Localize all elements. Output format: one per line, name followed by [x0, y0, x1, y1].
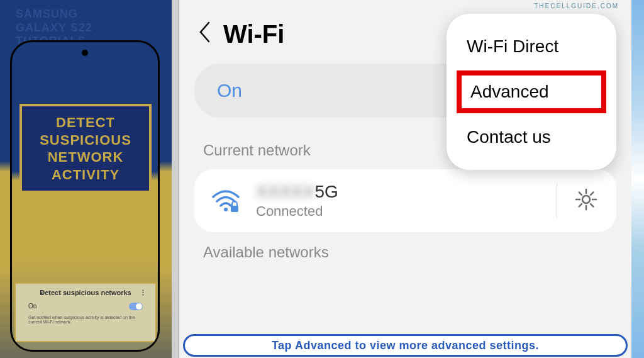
mini-toggle-row: On: [22, 300, 149, 313]
svg-rect-1: [231, 206, 238, 212]
available-networks-label: Available networks: [203, 243, 608, 261]
badge-line-4: ACTIVITY: [27, 166, 144, 184]
network-name-suffix: 5G: [314, 182, 338, 201]
wifi-state-label: On: [217, 80, 242, 101]
divider: [557, 184, 557, 218]
badge-line-3: NETWORK: [27, 148, 144, 166]
menu-item-advanced[interactable]: Advanced: [457, 70, 606, 113]
mini-title: Detect suspicious networks: [40, 289, 131, 296]
overflow-menu: Wi-Fi Direct Advanced Contact us: [447, 14, 616, 170]
mini-description: Get notified when suspicious activity is…: [22, 313, 149, 327]
svg-point-0: [224, 208, 228, 211]
brand-line-1: SAMSUNG: [16, 8, 165, 21]
mini-on-label: On: [28, 303, 36, 310]
mini-back-icon: ‹: [41, 289, 43, 296]
phone-screen: Wi-Fi On Current network XXXXX5G Connect…: [179, 0, 631, 358]
menu-item-contact-us[interactable]: Contact us: [447, 116, 616, 159]
page-title: Wi-Fi: [223, 20, 284, 48]
tutorial-sidebar: SAMSUNG GALAXY S22 TUTORIALS DETECT SUSP…: [0, 0, 172, 358]
current-network-card[interactable]: XXXXX5G Connected: [194, 169, 616, 232]
network-status: Connected: [256, 203, 540, 220]
wifi-secure-icon: [212, 188, 240, 213]
watermark-text: THECELLGUIDE.COM: [534, 3, 619, 9]
instruction-caption: Tap Advanced to view more advanced setti…: [183, 334, 628, 357]
mini-screenshot: ‹ Detect suspicious networks ⋮ On Get no…: [14, 282, 157, 342]
network-settings-button[interactable]: [574, 187, 599, 215]
back-button[interactable]: [198, 21, 211, 48]
badge-line-2: SUSPICIOUS: [27, 131, 144, 149]
gear-icon: [574, 187, 599, 212]
network-name: XXXXX5G: [256, 182, 540, 202]
camera-dot: [82, 50, 88, 56]
svg-point-2: [582, 196, 590, 203]
mini-header: ‹ Detect suspicious networks ⋮: [22, 288, 149, 300]
chevron-left-icon: [198, 21, 211, 43]
mini-more-icon: ⋮: [140, 289, 147, 297]
badge-line-1: DETECT: [27, 114, 144, 131]
mini-toggle-icon: [129, 303, 143, 310]
tutorial-badge: DETECT SUSPICIOUS NETWORK ACTIVITY: [19, 104, 152, 193]
phone-illustration: DETECT SUSPICIOUS NETWORK ACTIVITY ‹ Det…: [10, 40, 160, 352]
network-info: XXXXX5G Connected: [256, 182, 540, 220]
menu-item-wifi-direct[interactable]: Wi-Fi Direct: [447, 25, 616, 68]
network-name-hidden: XXXXX: [256, 182, 314, 201]
